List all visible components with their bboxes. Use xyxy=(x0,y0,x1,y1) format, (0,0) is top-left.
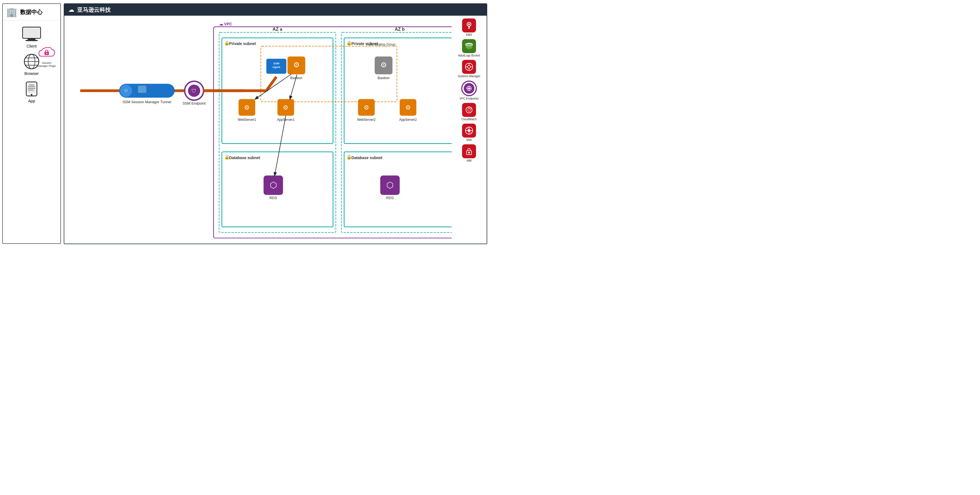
aws-title: 亚马逊云科技 xyxy=(77,6,111,14)
svg-text:🔒: 🔒 xyxy=(224,40,230,46)
svg-rect-113 xyxy=(467,152,471,153)
vpc-endpoints-service: VPC Endpoints xyxy=(453,81,484,100)
app-icon xyxy=(24,81,40,97)
svg-point-17 xyxy=(46,53,47,54)
svg-text:WebServer1: WebServer1 xyxy=(238,118,256,121)
svg-text:Database subnet: Database subnet xyxy=(229,155,261,160)
svg-line-109 xyxy=(471,132,472,133)
kms-service: KMS xyxy=(453,18,484,36)
session-manager-plugin: Session Manager Plugin xyxy=(37,46,56,67)
s3-label: AduitLogs Bucket xyxy=(458,54,480,57)
svg-point-96 xyxy=(468,88,470,89)
svg-text:⚙: ⚙ xyxy=(380,61,387,69)
svg-line-76 xyxy=(266,77,277,91)
svg-rect-15 xyxy=(28,90,33,90)
cloudwatch-label: CloudWatch xyxy=(461,118,477,121)
svg-text:⚙: ⚙ xyxy=(364,104,369,111)
svg-point-11 xyxy=(31,94,32,96)
svg-text:AZ a: AZ a xyxy=(272,27,282,32)
aws-area: ☁ 亚马逊云科技 ○ SSM Session Manager Tunnel xyxy=(61,0,490,248)
svg-text:⚙: ⚙ xyxy=(405,104,411,111)
svg-rect-82 xyxy=(468,27,469,28)
aws-body: ○ SSM Session Manager Tunnel 🛡 SSM Endpo… xyxy=(64,16,487,244)
svg-text:Private subnet: Private subnet xyxy=(229,42,256,46)
svg-rect-13 xyxy=(28,86,35,87)
svg-point-103 xyxy=(468,129,471,132)
vpc-endpoints-label: VPC Endpoints xyxy=(460,97,479,100)
svg-text:AppServer2: AppServer2 xyxy=(399,118,417,121)
s3-icon xyxy=(462,39,476,53)
app-item: App xyxy=(24,81,40,103)
svg-point-101 xyxy=(471,108,472,109)
svg-rect-14 xyxy=(28,88,35,89)
svg-rect-1 xyxy=(28,38,35,40)
kms-label: KMS xyxy=(466,33,472,36)
client-item: Client xyxy=(22,26,41,48)
cloudwatch-icon xyxy=(462,103,476,117)
ssm-service: Systems Manager xyxy=(453,60,484,78)
datacenter-header: 🏢 数据中心 xyxy=(3,4,60,21)
client-icon xyxy=(22,26,41,42)
svg-text:SSM Endpoint: SSM Endpoint xyxy=(183,101,206,105)
datacenter-title: 数据中心 xyxy=(20,8,43,16)
svg-text:⚙: ⚙ xyxy=(283,104,288,111)
vpc-endpoints-icon xyxy=(461,81,477,96)
sns-service: SNS xyxy=(453,124,484,142)
ssm-icon xyxy=(462,60,476,74)
svg-text:Auto Scaling Group: Auto Scaling Group xyxy=(367,43,396,46)
svg-text:WebServer2: WebServer2 xyxy=(357,118,375,121)
svg-text:RDS: RDS xyxy=(269,196,277,200)
aws-outer-box: ☁ 亚马逊云科技 ○ SSM Session Manager Tunnel xyxy=(64,3,487,244)
cloudwatch-service: CloudWatch xyxy=(453,103,484,121)
svg-text:AppServer1: AppServer1 xyxy=(277,118,294,121)
svg-text:⚙: ⚙ xyxy=(244,104,250,111)
sns-label: SNS xyxy=(466,139,472,142)
svg-rect-28 xyxy=(213,27,452,238)
svg-line-108 xyxy=(466,128,468,129)
svg-text:⬡: ⬡ xyxy=(270,180,277,190)
svg-rect-2 xyxy=(25,40,38,41)
app-label: App xyxy=(28,99,35,103)
iam-service: IAM xyxy=(453,144,484,162)
svg-text:AZ b: AZ b xyxy=(395,27,405,32)
svg-text:🔒: 🔒 xyxy=(224,154,230,160)
main-layout: 🏢 数据中心 Client xyxy=(0,0,490,248)
kms-icon xyxy=(462,18,476,32)
plugin-icon xyxy=(38,46,55,60)
plugin-label: Session Manager Plugin xyxy=(37,61,56,67)
diagram-svg: ○ SSM Session Manager Tunnel 🛡 SSM Endpo… xyxy=(64,16,452,244)
svg-text:RDS: RDS xyxy=(386,196,394,200)
svg-point-84 xyxy=(468,24,470,25)
svg-rect-37 xyxy=(344,38,452,144)
svg-point-90 xyxy=(468,65,471,68)
aws-top-bar: ☁ 亚马逊云科技 xyxy=(64,4,487,16)
svg-rect-32 xyxy=(341,32,452,233)
iam-label: IAM xyxy=(466,159,472,162)
svg-text:SSM Session Manager Tunnel: SSM Session Manager Tunnel xyxy=(123,100,171,104)
building-icon: 🏢 xyxy=(6,7,18,18)
svg-rect-22 xyxy=(138,86,146,93)
svg-line-79 xyxy=(275,116,286,176)
browser-label: Browser xyxy=(24,71,38,76)
svg-text:☁ VPC: ☁ VPC xyxy=(219,22,232,26)
svg-rect-12 xyxy=(29,85,34,85)
right-services-panel: KMS AduitLogs xyxy=(453,18,484,162)
svg-text:Agent: Agent xyxy=(272,65,281,69)
svg-text:⚙: ⚙ xyxy=(293,61,300,69)
sns-icon xyxy=(462,124,476,137)
svg-rect-3 xyxy=(24,28,40,37)
ssm-label: Systems Manager xyxy=(458,75,480,78)
svg-text:○: ○ xyxy=(124,87,128,94)
svg-text:🔒: 🔒 xyxy=(346,154,352,160)
cloud-icon: ☁ xyxy=(68,6,74,13)
svg-text:Bastion: Bastion xyxy=(378,76,390,80)
s3-service: AduitLogs Bucket xyxy=(453,39,484,57)
svg-text:🔒: 🔒 xyxy=(346,40,352,46)
svg-text:SSM: SSM xyxy=(274,62,280,65)
svg-text:Database subnet: Database subnet xyxy=(352,155,383,160)
iam-icon xyxy=(462,144,476,158)
svg-text:⬡: ⬡ xyxy=(386,180,394,190)
svg-text:🛡: 🛡 xyxy=(191,88,197,94)
svg-rect-83 xyxy=(469,28,471,29)
datacenter-panel: 🏢 数据中心 Client xyxy=(2,3,61,244)
